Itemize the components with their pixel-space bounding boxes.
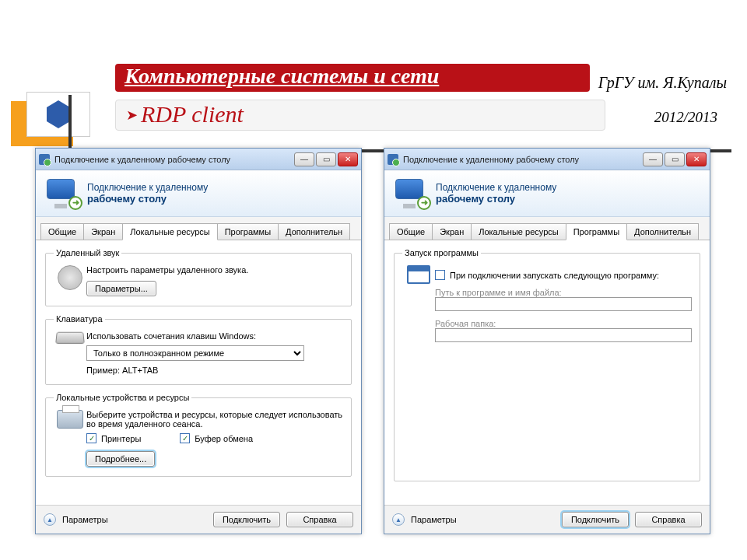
tab-programs[interactable]: Программы	[217, 223, 279, 240]
start-program-label: При подключении запускать следующую прог…	[450, 271, 659, 280]
connect-button[interactable]: Подключить	[562, 512, 629, 527]
printers-label: Принтеры	[101, 434, 141, 443]
titlebar[interactable]: Подключение к удаленному рабочему столу …	[36, 149, 361, 170]
legend-audio: Удаленный звук	[54, 248, 121, 257]
legend-keyboard: Клавиатура	[54, 314, 105, 324]
dialog-footer: ▲ Параметры Подключить Справка	[384, 505, 710, 534]
rdp-dialog-programs: Подключение к удаленному рабочему столу …	[384, 148, 710, 534]
window-title: Подключение к удаленному рабочему столу	[403, 155, 643, 164]
group-audio: Удаленный звук Настроить параметры удале…	[45, 248, 352, 306]
banner: ➜ Подключение к удаленному рабочему стол…	[384, 170, 710, 217]
app-icon	[388, 154, 398, 165]
maximize-button[interactable]: ▭	[665, 152, 685, 166]
tab-local-resources[interactable]: Локальные ресурсы	[122, 223, 217, 240]
speaker-icon	[54, 265, 86, 290]
tab-strip: Общие Экран Локальные ресурсы Программы …	[384, 217, 710, 240]
options-label[interactable]: Параметры	[62, 515, 108, 524]
banner: ➜ Подключение к удаленному рабочему стол…	[36, 170, 361, 217]
more-devices-button[interactable]: Подробнее...	[86, 451, 155, 467]
tab-general[interactable]: Общие	[389, 223, 433, 240]
banner-line2: рабочему столу	[87, 193, 208, 205]
rdp-dialog-local: Подключение к удаленному рабочему столу …	[35, 148, 362, 534]
tab-advanced[interactable]: Дополнительн	[626, 223, 699, 240]
program-icon	[402, 265, 435, 284]
help-button[interactable]: Справка	[635, 512, 702, 527]
university-label: ГрГУ им. Я.Купалы	[598, 74, 727, 92]
tab-body-local: Удаленный звук Настроить параметры удале…	[36, 240, 361, 505]
group-keyboard: Клавиатура Использовать сочетания клавиш…	[45, 314, 352, 385]
maximize-button[interactable]: ▭	[316, 152, 336, 166]
tab-display[interactable]: Экран	[432, 223, 472, 240]
start-program-checkbox[interactable]	[435, 270, 445, 280]
monitor-icon: ➜	[395, 179, 428, 208]
tab-body-programs: Запуск программы При подключении запуска…	[384, 240, 710, 505]
logo	[11, 92, 93, 152]
keyboard-desc: Использовать сочетания клавиш Windows:	[86, 331, 343, 341]
path-label: Путь к программе и имя файла:	[435, 288, 692, 297]
window-title: Подключение к удаленному рабочему столу	[54, 155, 294, 164]
slide-title: Компьютерные системы и сети	[124, 64, 439, 89]
keyboard-example: Пример: ALT+TAB	[86, 366, 343, 375]
folder-label: Рабочая папка:	[435, 319, 692, 328]
minimize-button[interactable]: —	[294, 152, 314, 166]
year-label: 2012/2013	[654, 109, 717, 126]
close-button[interactable]: ✕	[686, 152, 707, 166]
monitor-icon: ➜	[47, 179, 79, 208]
working-folder-input[interactable]	[435, 328, 692, 342]
audio-settings-button[interactable]: Параметры...	[86, 281, 156, 296]
dialog-footer: ▲ Параметры Подключить Справка	[36, 505, 361, 534]
help-button[interactable]: Справка	[286, 512, 353, 527]
close-button[interactable]: ✕	[338, 152, 358, 166]
legend-devices: Локальные устройства и ресурсы	[54, 393, 191, 402]
program-path-input[interactable]	[435, 297, 692, 311]
audio-desc: Настроить параметры удаленного звука.	[86, 265, 343, 275]
keyboard-icon	[54, 331, 86, 344]
app-icon	[39, 154, 50, 165]
collapse-options-button[interactable]: ▲	[44, 513, 56, 526]
devices-desc: Выберите устройства и ресурсы, которые с…	[86, 410, 343, 429]
tab-programs[interactable]: Программы	[566, 223, 627, 240]
banner-line1: Подключение к удаленному	[87, 182, 208, 193]
tab-advanced[interactable]: Дополнительн	[278, 223, 350, 240]
collapse-options-button[interactable]: ▲	[392, 513, 405, 526]
banner-line1: Подключение к удаленному	[436, 182, 556, 193]
tab-strip: Общие Экран Локальные ресурсы Программы …	[36, 217, 361, 240]
minimize-button[interactable]: —	[643, 152, 663, 166]
printer-icon	[54, 410, 86, 429]
banner-line2: рабочему столу	[436, 193, 556, 205]
titlebar[interactable]: Подключение к удаленному рабочему столу …	[384, 149, 710, 170]
printers-checkbox[interactable]	[86, 433, 96, 443]
options-label[interactable]: Параметры	[411, 515, 457, 524]
group-devices: Локальные устройства и ресурсы Выберите …	[45, 393, 352, 477]
slide-subtitle: RDP client	[126, 101, 244, 128]
connect-button[interactable]: Подключить	[213, 512, 280, 527]
clipboard-checkbox[interactable]	[180, 433, 190, 443]
legend-start-program: Запуск программы	[402, 248, 481, 257]
tab-general[interactable]: Общие	[40, 223, 84, 240]
keyboard-combo[interactable]: Только в полноэкранном режиме	[86, 345, 304, 361]
tab-display[interactable]: Экран	[83, 223, 123, 240]
tab-local-resources[interactable]: Локальные ресурсы	[471, 223, 566, 240]
clipboard-label: Буфер обмена	[195, 434, 253, 443]
group-start-program: Запуск программы При подключении запуска…	[394, 248, 700, 481]
